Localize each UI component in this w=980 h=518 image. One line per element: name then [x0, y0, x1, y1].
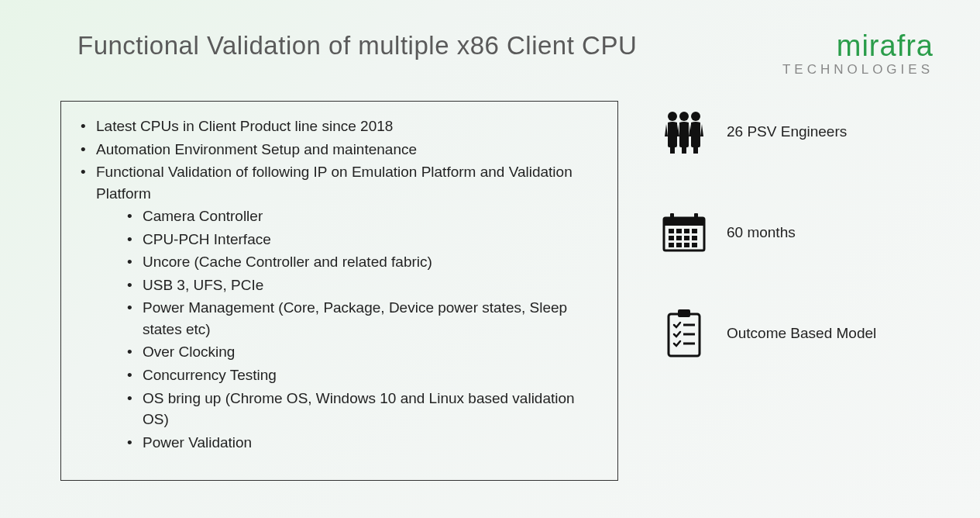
- bullet-item: Functional Validation of following IP on…: [81, 161, 602, 453]
- sub-bullet-item: Concurrency Testing: [127, 364, 602, 386]
- details-box: Latest CPUs in Client Product line since…: [60, 101, 618, 481]
- clipboard-icon: [657, 310, 711, 357]
- svg-rect-4: [664, 218, 704, 226]
- svg-rect-5: [670, 213, 674, 221]
- svg-rect-18: [692, 243, 697, 247]
- stat-label: 60 months: [727, 224, 796, 241]
- svg-rect-9: [684, 229, 689, 233]
- svg-rect-11: [669, 236, 674, 240]
- bullet-list: Latest CPUs in Client Product line since…: [81, 116, 602, 453]
- svg-rect-14: [692, 236, 697, 240]
- stat-engineers: 26 PSV Engineers: [657, 109, 876, 155]
- svg-point-1: [679, 112, 689, 121]
- svg-rect-8: [676, 229, 682, 233]
- sub-bullet-item: OS bring up (Chrome OS, Windows 10 and L…: [127, 388, 602, 430]
- sub-bullet-item: Power Management (Core, Package, Device …: [127, 297, 602, 340]
- svg-rect-13: [684, 236, 689, 240]
- stats-column: 26 PSV Engineers: [657, 101, 876, 481]
- svg-rect-17: [684, 243, 689, 247]
- svg-point-2: [691, 112, 700, 121]
- logo: mirafra TECHNOLOGIES: [782, 31, 934, 78]
- content-area: Latest CPUs in Client Product line since…: [0, 78, 980, 481]
- stat-duration: 60 months: [657, 209, 876, 256]
- bullet-text: Functional Validation of following IP on…: [96, 164, 573, 202]
- svg-rect-7: [669, 229, 674, 233]
- logo-main-text: mirafra: [782, 31, 934, 60]
- header: Functional Validation of multiple x86 Cl…: [0, 0, 980, 78]
- sub-bullet-list: Camera Controller CPU-PCH Interface Unco…: [96, 205, 602, 453]
- logo-sub-text: TECHNOLOGIES: [782, 62, 934, 78]
- sub-bullet-item: CPU-PCH Interface: [127, 229, 602, 250]
- page-title: Functional Validation of multiple x86 Cl…: [77, 31, 637, 60]
- sub-bullet-item: Power Validation: [127, 432, 602, 454]
- svg-rect-6: [694, 213, 698, 221]
- stat-label: 26 PSV Engineers: [727, 123, 847, 140]
- svg-rect-16: [676, 243, 682, 247]
- bullet-item: Automation Environment Setup and mainten…: [81, 139, 602, 161]
- svg-rect-15: [669, 243, 674, 247]
- stat-label: Outcome Based Model: [727, 325, 876, 342]
- people-icon: [657, 109, 711, 155]
- svg-rect-12: [676, 236, 682, 240]
- svg-rect-10: [692, 229, 697, 233]
- bullet-item: Latest CPUs in Client Product line since…: [81, 116, 602, 137]
- sub-bullet-item: Camera Controller: [127, 205, 602, 227]
- calendar-icon: [657, 209, 711, 256]
- stat-model: Outcome Based Model: [657, 310, 876, 357]
- sub-bullet-item: Over Clocking: [127, 341, 602, 363]
- sub-bullet-item: USB 3, UFS, PCIe: [127, 275, 602, 296]
- svg-rect-20: [678, 309, 690, 317]
- svg-point-0: [668, 112, 677, 121]
- sub-bullet-item: Uncore (Cache Controller and related fab…: [127, 251, 602, 273]
